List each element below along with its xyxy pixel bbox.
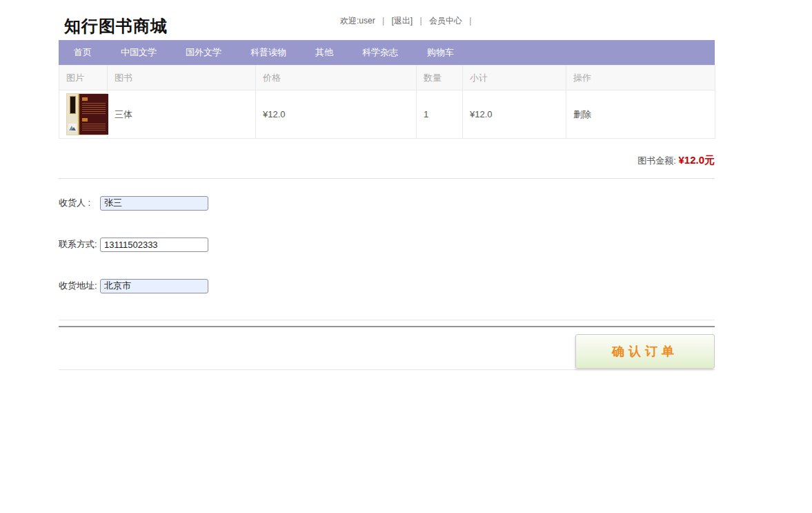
site-title: 知行图书商城 <box>64 15 168 37</box>
footer-divider-light <box>59 320 715 320</box>
total-amount-value: ¥12.0元 <box>678 154 715 166</box>
consignee-label: 收货人 : <box>59 197 100 209</box>
book-image-cell <box>59 90 108 139</box>
book-cover-spine <box>67 94 78 135</box>
top-header: 知行图书商城 欢迎:user | [退出] | 会员中心 | <box>59 0 715 40</box>
address-input[interactable] <box>100 279 208 293</box>
contact-input[interactable] <box>100 238 208 252</box>
form-row-address: 收货地址: <box>59 278 715 293</box>
cart-table-header-row: 图片 图书 价格 数量 小计 操作 <box>59 66 715 90</box>
cover-text-lines <box>82 124 106 132</box>
footer-bar: 确认订单 <box>59 327 715 370</box>
col-header-price: 价格 <box>256 66 417 90</box>
book-cover-back-text <box>78 94 108 135</box>
total-amount-label: 图书金额: <box>637 155 676 166</box>
total-amount-row: 图书金额: ¥12.0元 <box>59 154 715 165</box>
summary-divider <box>59 178 715 179</box>
col-header-subtotal: 小计 <box>463 66 566 90</box>
nav-item-other[interactable]: 其他 <box>315 46 333 59</box>
book-title-cell: 三体 <box>108 90 256 139</box>
form-row-consignee: 收货人 : <box>59 195 715 211</box>
book-cover-image <box>66 93 109 135</box>
col-header-action: 操作 <box>566 66 715 90</box>
subtotal-cell: ¥12.0 <box>463 90 566 139</box>
nav-item-popular-science[interactable]: 科普读物 <box>250 46 286 59</box>
cover-heading-block <box>82 118 88 122</box>
nav-item-science-magazine[interactable]: 科学杂志 <box>362 46 398 59</box>
welcome-text: 欢迎:user <box>340 16 375 26</box>
consignee-input[interactable] <box>100 196 208 211</box>
nav-item-home[interactable]: 首页 <box>74 46 92 59</box>
separator: | <box>469 16 471 26</box>
col-header-book: 图书 <box>108 66 256 90</box>
main-nav: 首页 中国文学 国外文学 科普读物 其他 科学杂志 购物车 <box>59 40 715 65</box>
form-row-contact: 联系方式: <box>59 237 715 252</box>
book-cover-title-label <box>70 96 76 114</box>
separator: | <box>420 16 422 26</box>
contact-label: 联系方式: <box>59 238 100 251</box>
col-header-image: 图片 <box>59 66 108 90</box>
col-header-quantity: 数量 <box>417 66 463 90</box>
separator: | <box>382 16 384 26</box>
welcome-bar: 欢迎:user | [退出] | 会员中心 | <box>339 15 475 27</box>
price-cell: ¥12.0 <box>256 90 417 139</box>
confirm-order-button[interactable]: 确认订单 <box>575 334 715 369</box>
address-label: 收货地址: <box>59 280 100 292</box>
action-cell: 删除 <box>566 90 715 139</box>
shipping-form: 收货人 : 联系方式: 收货地址: <box>59 195 715 293</box>
member-center-link[interactable]: 会员中心 <box>429 16 462 26</box>
nav-item-cart[interactable]: 购物车 <box>427 46 454 59</box>
logout-link[interactable]: [退出] <box>392 16 413 26</box>
cover-text-lines <box>82 103 106 115</box>
mountain-art-icon <box>68 124 77 131</box>
table-row: 三体 ¥12.0 1 ¥12.0 删除 <box>59 90 715 139</box>
nav-item-chinese-literature[interactable]: 中国文学 <box>121 46 157 59</box>
cart-table: 图片 图书 价格 数量 小计 操作 <box>59 65 715 139</box>
quantity-cell: 1 <box>417 90 463 139</box>
delete-link[interactable]: 删除 <box>573 109 591 119</box>
cover-heading-block <box>82 97 88 101</box>
page-container: 知行图书商城 欢迎:user | [退出] | 会员中心 | 首页 中国文学 国… <box>59 0 715 370</box>
nav-item-foreign-literature[interactable]: 国外文学 <box>186 46 221 59</box>
